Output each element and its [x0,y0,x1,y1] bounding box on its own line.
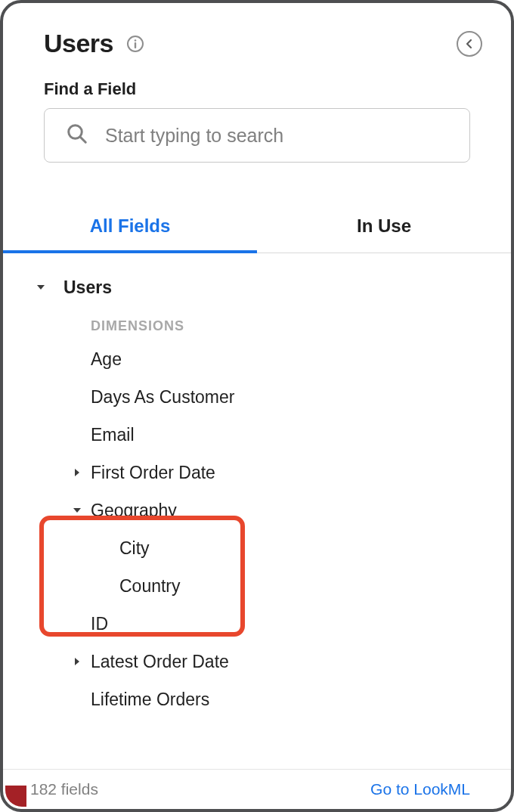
collapse-panel-button[interactable] [457,31,482,57]
field-label: Latest Order Date [91,652,229,672]
section-dimensions: Dimensions [18,306,496,340]
field-label: Country [119,576,181,597]
svg-point-1 [135,39,137,42]
tab-in-use[interactable]: In Use [257,203,511,253]
caret-down-icon [27,282,54,293]
svg-line-4 [80,137,85,142]
search-input[interactable] [105,125,456,147]
caret-right-icon [63,657,91,666]
search-box[interactable] [44,108,470,163]
field-count: 182 fields [30,780,98,798]
field-label: Lifetime Orders [91,690,209,710]
field-latest-order-date[interactable]: Latest Order Date [18,643,496,680]
go-to-lookml-link[interactable]: Go to LookML [370,780,470,798]
field-email[interactable]: Email [18,416,496,454]
field-city[interactable]: City [18,529,496,567]
field-label: City [119,538,150,559]
field-lifetime-orders[interactable]: Lifetime Orders [18,680,496,718]
field-country[interactable]: Country [18,567,496,605]
group-label: Users [63,277,112,298]
field-first-order-date[interactable]: First Order Date [18,454,496,491]
field-id[interactable]: ID [18,605,496,643]
field-label: Age [91,349,122,370]
field-geography[interactable]: Geography [18,491,496,529]
search-icon [66,122,88,148]
field-tree: Users Dimensions Age Days As Customer Em… [3,253,511,769]
field-label: Email [91,425,135,445]
search-label: Find a Field [44,79,470,99]
field-days-as-customer[interactable]: Days As Customer [18,378,496,416]
caret-right-icon [63,468,91,477]
group-users[interactable]: Users [18,268,496,306]
field-label: ID [91,614,108,634]
field-label: First Order Date [91,463,215,483]
tab-all-fields[interactable]: All Fields [3,203,257,253]
field-label: Geography [91,501,177,521]
field-label: Days As Customer [91,387,234,408]
page-title: Users [44,29,113,58]
field-age[interactable]: Age [18,340,496,378]
caret-down-icon [63,506,91,515]
info-icon[interactable] [125,34,145,54]
svg-rect-2 [135,42,136,48]
